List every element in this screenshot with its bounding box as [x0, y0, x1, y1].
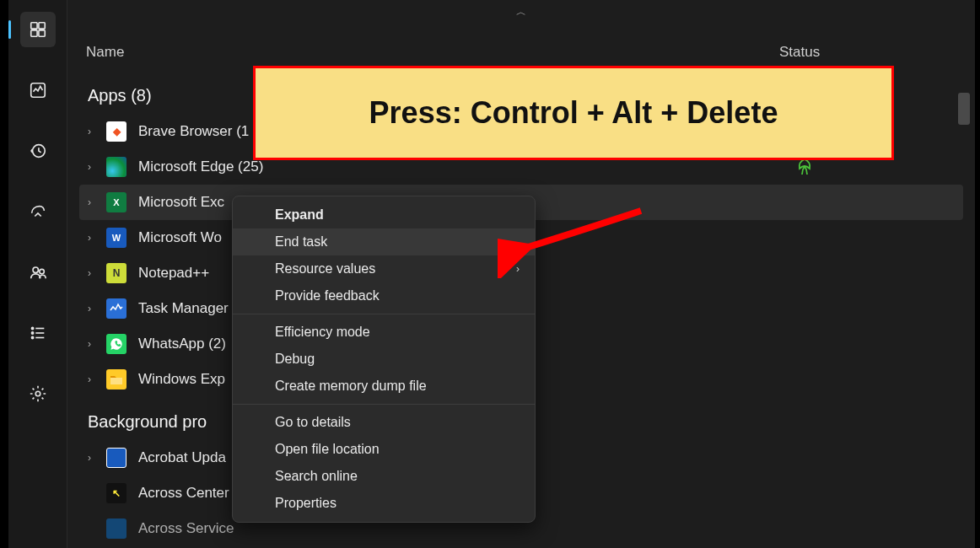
chevron-right-icon: ›	[88, 267, 106, 279]
notepadpp-icon: N	[106, 263, 127, 283]
svg-point-10	[31, 336, 33, 338]
menu-provide-feedback[interactable]: Provide feedback	[233, 282, 535, 309]
context-menu: Expand End task Resource values › Provid…	[232, 196, 536, 523]
details-icon	[29, 324, 47, 342]
sidebar-startup[interactable]	[20, 194, 56, 229]
svg-point-9	[31, 332, 33, 334]
svg-rect-1	[38, 23, 44, 29]
menu-separator	[233, 404, 535, 405]
svg-rect-0	[30, 23, 36, 29]
across-center-icon: ↖	[106, 483, 127, 503]
sidebar-performance[interactable]	[20, 73, 56, 108]
whatsapp-icon	[106, 334, 127, 354]
word-icon: W	[106, 228, 127, 248]
chevron-right-icon: ›	[88, 303, 106, 314]
task-manager-icon	[106, 298, 127, 319]
scrollbar-track[interactable]	[958, 76, 970, 531]
menu-label: Resource values	[275, 261, 375, 276]
chevron-right-icon: ›	[88, 232, 106, 244]
menu-separator	[233, 314, 535, 314]
chevron-right-icon: ›	[88, 373, 106, 385]
menu-open-file-location[interactable]: Open file location	[233, 436, 535, 463]
process-name: Across Service	[138, 520, 963, 537]
svg-rect-15	[110, 378, 122, 384]
svg-point-6	[33, 267, 38, 272]
explorer-icon	[106, 369, 127, 390]
menu-end-task[interactable]: End task	[233, 228, 535, 255]
menu-debug[interactable]: Debug	[233, 346, 535, 373]
chevron-up-icon[interactable]: ︿	[516, 5, 526, 19]
sidebar-app-history[interactable]	[20, 133, 56, 169]
menu-properties[interactable]: Properties	[233, 490, 535, 517]
startup-icon	[29, 202, 47, 221]
sidebar-services[interactable]	[20, 376, 56, 411]
menu-resource-values[interactable]: Resource values ›	[233, 255, 535, 282]
svg-point-7	[39, 269, 44, 274]
menu-search-online[interactable]: Search online	[233, 463, 535, 490]
column-name[interactable]: Name	[86, 44, 779, 61]
sidebar	[8, 0, 67, 548]
svg-point-14	[35, 391, 40, 396]
chevron-right-icon: ›	[88, 338, 106, 350]
chevron-right-icon: ›	[88, 452, 106, 464]
edge-icon	[106, 157, 127, 177]
chevron-right-icon: ›	[88, 196, 106, 208]
processes-icon	[29, 20, 47, 39]
across-service-icon	[106, 518, 127, 539]
svg-rect-3	[38, 30, 44, 36]
process-name: Microsoft Edge (25)	[138, 158, 794, 175]
chevron-right-icon: ›	[88, 161, 106, 173]
sidebar-processes[interactable]	[20, 12, 56, 47]
users-icon	[29, 263, 47, 282]
menu-expand[interactable]: Expand	[233, 201, 535, 228]
sidebar-details[interactable]	[20, 315, 56, 351]
column-status[interactable]: Status	[779, 44, 956, 61]
annotation-arrow-icon	[498, 202, 649, 278]
annotation-text: Press: Control + Alt + Delete	[369, 95, 778, 131]
brave-icon: ◆	[106, 121, 127, 142]
performance-icon	[29, 81, 47, 99]
excel-icon: X	[106, 192, 127, 212]
menu-create-dump[interactable]: Create memory dump file	[233, 373, 535, 400]
history-icon	[29, 142, 47, 160]
menu-efficiency-mode[interactable]: Efficiency mode	[233, 319, 535, 346]
annotation-banner: Press: Control + Alt + Delete	[253, 66, 894, 160]
settings-icon	[29, 384, 47, 403]
scrollbar-thumb[interactable]	[958, 93, 970, 125]
menu-go-to-details[interactable]: Go to details	[233, 409, 535, 436]
acrobat-icon	[106, 448, 127, 468]
svg-point-8	[31, 327, 33, 329]
sidebar-users[interactable]	[20, 255, 56, 290]
svg-rect-2	[30, 30, 36, 36]
chevron-right-icon: ›	[88, 126, 106, 137]
